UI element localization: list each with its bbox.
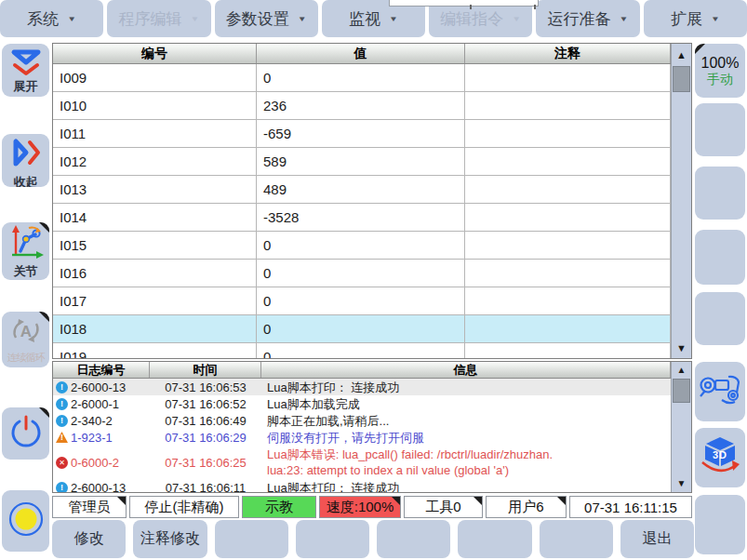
io-comment-cell[interactable] [465,343,671,358]
io-id-cell[interactable]: I019 [53,343,257,358]
right-toolbar-blank-1-button[interactable] [695,103,745,156]
io-value-cell[interactable]: 0 [257,343,465,358]
io-table-row[interactable]: I0180 [53,315,671,343]
log-column-header[interactable]: 日志编号 [53,362,150,378]
scroll-down-icon[interactable]: ▼ [672,477,691,492]
bottom-blank-button-3[interactable] [215,520,288,558]
io-id-cell[interactable]: I014 [53,204,257,231]
bottom-blank-button-6[interactable] [458,520,531,558]
right-toolbar-blank-3-button[interactable] [695,230,745,285]
io-comment-cell[interactable] [465,232,671,259]
io-table-row[interactable]: I0160 [53,260,671,287]
menu-item-1[interactable]: 系统▼ [0,0,103,37]
log-entry-row[interactable]: !2-340-207-31 16:06:49脚本正在加载,请稍后... [53,412,671,429]
left-toolbar-joint-mode-button[interactable]: 关节 [2,222,49,280]
io-table-row[interactable]: I014-3528 [53,204,671,232]
log-entry-row[interactable]: ✕0-6000-207-31 16:06:25Lua脚本错误: lua_pcal… [53,446,671,479]
status-teach-mode[interactable]: 示教 [242,496,316,518]
io-value-cell[interactable]: 0 [257,315,465,342]
io-table-row[interactable]: I0090 [53,64,671,92]
left-toolbar-expand-button[interactable]: 展开 [2,44,49,97]
io-table-scrollbar[interactable]: ▲ ▼ [671,44,691,358]
status-run-state[interactable]: 停止(非精确) [129,496,239,518]
io-id-cell[interactable]: I012 [53,148,257,175]
status-run-state-text: 停止(非精确) [145,499,224,516]
io-table-row[interactable]: I0190 [53,343,671,358]
io-id-cell[interactable]: I009 [53,64,257,91]
io-table-row[interactable]: I012589 [53,148,671,176]
io-value-cell[interactable]: 0 [257,64,465,91]
io-comment-cell[interactable] [465,148,671,175]
log-entry-row[interactable]: !2-6000-1307-31 16:06:11Lua脚本打印： 连接成功 [53,479,671,492]
io-column-header[interactable]: 注释 [465,44,671,63]
status-tool[interactable]: 工具0 [404,496,483,518]
menu-item-7[interactable]: 扩展▼ [644,0,747,37]
io-id-cell[interactable]: I017 [53,287,257,314]
right-toolbar-teach-pendant-button[interactable] [695,362,745,421]
io-comment-cell[interactable] [465,64,671,91]
left-toolbar-record-button[interactable] [2,490,49,552]
left-toolbar-servo-power-button[interactable] [2,407,49,460]
io-id-cell[interactable]: I015 [53,232,257,259]
bottom-blank-button-7[interactable] [540,520,613,558]
io-table-row[interactable]: I011-659 [53,120,671,148]
io-table-row[interactable]: I010236 [53,92,671,120]
io-table-row[interactable]: I013489 [53,176,671,204]
log-entry-row[interactable]: !1-923-107-31 16:06:29伺服没有打开，请先打开伺服 [53,429,671,446]
io-id-cell[interactable]: I011 [53,120,257,147]
io-value-cell[interactable]: -3528 [257,204,465,231]
log-entry-row[interactable]: !2-6000-107-31 16:06:52Lua脚本加载完成 [53,395,671,412]
io-value-cell[interactable]: 0 [257,287,465,314]
io-column-header[interactable]: 编号 [53,44,257,63]
io-value-cell[interactable]: 489 [257,176,465,203]
io-comment-cell[interactable] [465,120,671,147]
io-comment-cell[interactable] [465,315,671,342]
scroll-track[interactable] [672,377,691,477]
io-column-header[interactable]: 值 [257,44,465,63]
bottom-blank-button-5[interactable] [377,520,450,558]
bottom-blank-button-4[interactable] [296,520,369,558]
io-id-cell[interactable]: I016 [53,260,257,287]
log-column-header[interactable]: 信息 [261,362,671,378]
context-menu-corner-mark [39,312,49,322]
io-comment-cell[interactable] [465,287,671,314]
menu-item-6[interactable]: 运行准备▼ [536,0,639,37]
scroll-thumb[interactable] [673,379,690,403]
log-scrollbar[interactable]: ▲ ▼ [671,362,691,492]
right-toolbar-blank-2-button[interactable] [695,167,745,220]
io-comment-cell[interactable] [465,204,671,231]
bottom-comment-modify-button[interactable]: 注释修改 [133,520,207,558]
io-id-cell[interactable]: I013 [53,176,257,203]
menu-item-3[interactable]: 参数设置▼ [215,0,318,37]
io-value-cell[interactable]: 0 [257,260,465,287]
io-value-cell[interactable]: -659 [257,120,465,147]
scroll-thumb[interactable] [673,66,690,92]
io-table-row[interactable]: I0150 [53,232,671,260]
scroll-track[interactable] [672,64,691,340]
right-toolbar-view-3d-button[interactable]: 3D [695,428,745,487]
left-toolbar-collapse-button[interactable]: 收起 [2,134,49,187]
right-toolbar-blank-4-button[interactable] [695,292,745,345]
io-comment-cell[interactable] [465,260,671,287]
io-table-row[interactable]: I0170 [53,287,671,315]
io-id-cell[interactable]: I010 [53,92,257,119]
status-user-role[interactable]: 管理员 [52,496,127,518]
scroll-down-icon[interactable]: ▼ [672,340,691,358]
right-toolbar-jog-speed-mode-button[interactable]: 100%手动 [695,44,745,98]
bottom-exit-button[interactable]: 退出 [620,520,694,558]
io-value-cell[interactable]: 589 [257,148,465,175]
right-toolbar-blank-5-button[interactable] [695,495,745,554]
io-comment-cell[interactable] [465,176,671,203]
status-user-frame[interactable]: 用户6 [486,496,567,518]
scroll-up-icon[interactable]: ▲ [672,44,691,64]
io-value-cell[interactable]: 0 [257,232,465,259]
status-clock[interactable]: 07-31 16:11:15 [569,496,692,518]
bottom-modify-button[interactable]: 修改 [52,520,126,558]
log-column-header[interactable]: 时间 [150,362,261,378]
io-comment-cell[interactable] [465,92,671,119]
io-value-cell[interactable]: 236 [257,92,465,119]
io-id-cell[interactable]: I018 [53,315,257,342]
scroll-up-icon[interactable]: ▲ [672,362,691,377]
status-speed[interactable]: 速度:100% [319,496,401,518]
log-entry-row[interactable]: !2-6000-1307-31 16:06:53Lua脚本打印： 连接成功 [53,379,671,395]
